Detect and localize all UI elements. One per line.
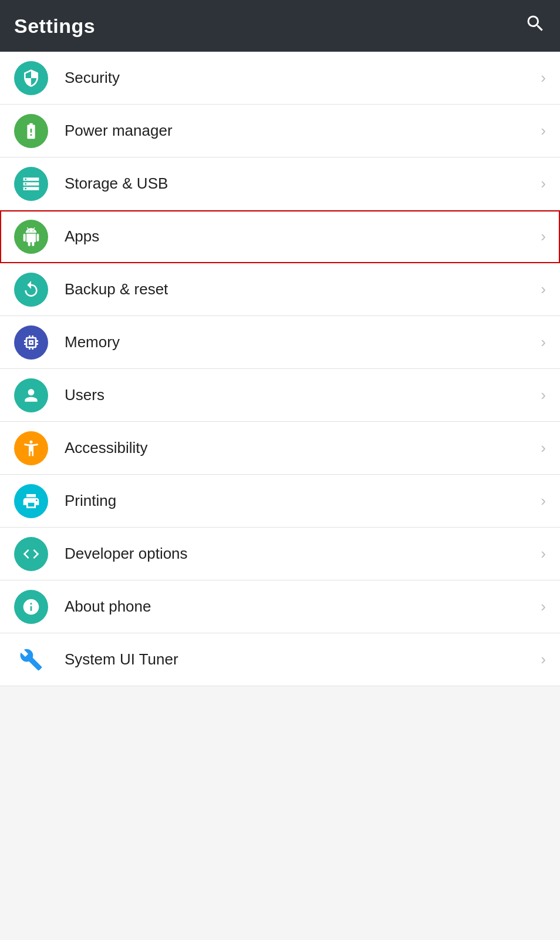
settings-item-system-ui[interactable]: System UI Tuner › [0,633,560,686]
search-icon[interactable] [525,13,546,39]
printing-chevron: › [541,492,546,510]
app-container: Settings Security › Power [0,0,560,686]
settings-item-printing[interactable]: Printing › [0,475,560,528]
memory-label: Memory [65,333,534,351]
printing-icon [14,484,48,518]
storage-icon [14,167,48,201]
security-chevron: › [541,69,546,87]
settings-list: Security › Power manager › Storage & USB… [0,52,560,686]
backup-label: Backup & reset [65,280,534,298]
memory-icon [14,325,48,360]
developer-chevron: › [541,545,546,563]
settings-header: Settings [0,0,560,52]
apps-label: Apps [65,227,534,246]
about-icon [14,590,48,624]
system-ui-icon [14,643,48,677]
security-icon [14,61,48,95]
accessibility-icon [14,431,48,465]
settings-item-developer[interactable]: Developer options › [0,528,560,580]
developer-label: Developer options [65,545,534,563]
settings-item-users[interactable]: Users › [0,369,560,422]
power-manager-icon [14,114,48,148]
users-label: Users [65,386,534,404]
storage-label: Storage & USB [65,174,534,193]
developer-icon [14,537,48,571]
settings-item-backup[interactable]: Backup & reset › [0,263,560,316]
settings-item-about[interactable]: About phone › [0,580,560,633]
settings-item-apps[interactable]: Apps › [0,210,560,263]
apps-icon [14,220,48,254]
security-label: Security [65,69,534,87]
settings-item-security[interactable]: Security › [0,52,560,105]
printing-label: Printing [65,492,534,510]
settings-item-accessibility[interactable]: Accessibility › [0,422,560,475]
accessibility-chevron: › [541,439,546,457]
backup-chevron: › [541,280,546,298]
users-icon [14,378,48,412]
apps-chevron: › [541,227,546,246]
about-label: About phone [65,597,534,616]
accessibility-label: Accessibility [65,439,534,457]
power-manager-label: Power manager [65,122,534,140]
backup-icon [14,273,48,307]
system-ui-label: System UI Tuner [65,650,534,669]
storage-chevron: › [541,174,546,193]
power-manager-chevron: › [541,122,546,140]
system-ui-chevron: › [541,650,546,669]
page-title: Settings [14,15,95,38]
settings-item-power-manager[interactable]: Power manager › [0,105,560,157]
memory-chevron: › [541,333,546,351]
users-chevron: › [541,386,546,404]
settings-item-storage[interactable]: Storage & USB › [0,157,560,210]
about-chevron: › [541,597,546,616]
settings-item-memory[interactable]: Memory › [0,316,560,369]
